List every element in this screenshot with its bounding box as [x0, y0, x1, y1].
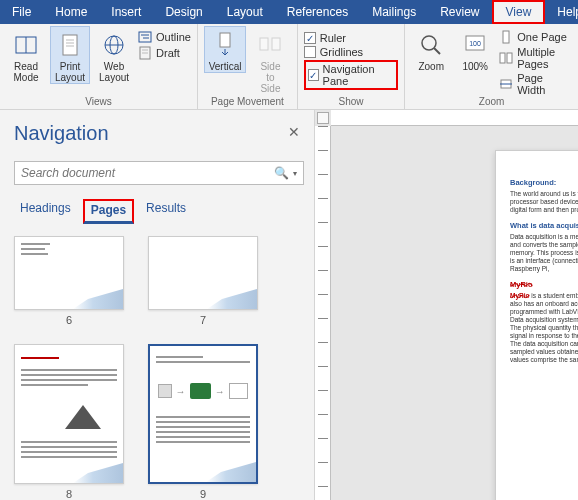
document-area[interactable]: Background: The world around us is full … — [315, 110, 578, 500]
search-input[interactable]: 🔍 ▾ — [14, 161, 304, 185]
doc-text: The world around us is full of signals t… — [510, 190, 578, 214]
menu-layout[interactable]: Layout — [215, 0, 275, 24]
doc-text: The physical quantity that is measured h… — [510, 324, 578, 340]
show-group-label: Show — [304, 96, 399, 109]
one-page-label: One Page — [517, 31, 567, 43]
multiple-pages-label: Multiple Pages — [517, 46, 572, 70]
side-to-side-label: Sideto Side — [255, 61, 286, 94]
vertical-button[interactable]: Vertical — [204, 26, 246, 73]
draft-icon — [138, 46, 152, 60]
menu-references[interactable]: References — [275, 0, 360, 24]
zoom-100-label: 100% — [462, 61, 488, 72]
svg-text:100: 100 — [469, 40, 481, 47]
navigation-pane-checkbox[interactable]: ✓ Navigation Pane — [304, 60, 399, 90]
page-width-button[interactable]: Page Width — [499, 72, 572, 96]
vertical-label: Vertical — [209, 61, 242, 72]
menu-insert[interactable]: Insert — [99, 0, 153, 24]
svg-rect-2 — [63, 35, 77, 55]
ruler-label: Ruler — [320, 32, 346, 44]
web-layout-label: WebLayout — [99, 61, 129, 83]
svg-marker-26 — [65, 405, 101, 429]
one-page-icon — [499, 30, 513, 44]
svg-line-19 — [434, 48, 440, 54]
doc-text: Raspberry Pi, — [510, 265, 578, 273]
thumbnail-7[interactable]: 7 — [148, 236, 258, 326]
doc-heading-daq: What is data acquisition — [510, 222, 578, 230]
read-mode-label: ReadMode — [13, 61, 38, 83]
page-number-7: 7 — [200, 314, 206, 326]
page-number-6: 6 — [66, 314, 72, 326]
zoom-button[interactable]: Zoom — [411, 26, 451, 73]
doc-text: is a student embedded device designed by… — [531, 292, 578, 299]
draft-label: Draft — [156, 47, 180, 59]
svg-rect-16 — [260, 38, 268, 50]
search-icon[interactable]: 🔍 — [274, 166, 289, 180]
multiple-pages-button[interactable]: Multiple Pages — [499, 46, 572, 70]
web-layout-button[interactable]: WebLayout — [94, 26, 134, 84]
doc-text: Data acquisition system — [510, 316, 578, 324]
search-field[interactable] — [21, 166, 274, 180]
web-layout-icon — [100, 31, 128, 59]
svg-rect-15 — [220, 33, 230, 47]
outline-button[interactable]: Outline — [138, 30, 191, 44]
chevron-down-icon[interactable]: ▾ — [293, 169, 297, 178]
svg-rect-22 — [503, 31, 509, 43]
vertical-ruler[interactable] — [315, 126, 331, 500]
print-layout-icon — [56, 31, 84, 59]
zoom-icon — [417, 31, 445, 59]
ribbon-view: ReadMode PrintLayout WebLayout Outline — [0, 24, 578, 110]
ruler-corner[interactable] — [317, 112, 329, 124]
ruler-checkbox[interactable]: ✓ Ruler — [304, 32, 399, 44]
one-page-button[interactable]: One Page — [499, 30, 572, 44]
side-to-side-icon — [256, 31, 284, 59]
document-page[interactable]: Background: The world around us is full … — [495, 150, 578, 500]
print-layout-label: PrintLayout — [55, 61, 85, 83]
menu-review[interactable]: Review — [428, 0, 491, 24]
menu-home[interactable]: Home — [43, 0, 99, 24]
page-thumbnails: 6 7 8 — [14, 236, 304, 500]
ribbon-group-show: ✓ Ruler Gridlines ✓ Navigation Pane Show — [298, 24, 406, 109]
tab-results[interactable]: Results — [140, 199, 192, 219]
doc-heading-myrio: MyRio — [510, 280, 533, 289]
thumbnail-8[interactable]: 8 — [14, 344, 124, 500]
menu-bar: File Home Insert Design Layout Reference… — [0, 0, 578, 24]
gridlines-checkbox[interactable]: Gridlines — [304, 46, 399, 58]
close-icon[interactable]: ✕ — [288, 124, 300, 140]
tab-pages[interactable]: Pages — [83, 199, 134, 224]
doc-text: The data acquisition card samples the si… — [510, 340, 578, 364]
gridlines-label: Gridlines — [320, 46, 363, 58]
zoom-label: Zoom — [418, 61, 444, 72]
menu-design[interactable]: Design — [153, 0, 214, 24]
checkbox-icon: ✓ — [308, 69, 319, 81]
svg-rect-17 — [272, 38, 280, 50]
print-layout-button[interactable]: PrintLayout — [50, 26, 90, 84]
checkbox-icon — [304, 46, 316, 58]
doc-text-strike: MyRio — [510, 292, 530, 299]
thumbnail-9[interactable]: → → 9 — [148, 344, 258, 500]
svg-rect-23 — [500, 53, 505, 63]
navigation-title: Navigation — [14, 122, 304, 145]
menu-help[interactable]: Help — [545, 0, 578, 24]
horizontal-ruler[interactable] — [331, 110, 578, 126]
thumbnail-6[interactable]: 6 — [14, 236, 124, 326]
menu-mailings[interactable]: Mailings — [360, 0, 428, 24]
read-mode-button[interactable]: ReadMode — [6, 26, 46, 84]
doc-text: also has an onboard accelerometer (Analo… — [510, 300, 578, 315]
zoom-100-icon: 100 — [461, 31, 489, 59]
draft-button[interactable]: Draft — [138, 46, 191, 60]
svg-rect-9 — [139, 32, 151, 42]
multiple-pages-icon — [499, 51, 513, 65]
tab-headings[interactable]: Headings — [14, 199, 77, 219]
outline-icon — [138, 30, 152, 44]
zoom-group-label: Zoom — [411, 96, 572, 109]
svg-rect-24 — [507, 53, 512, 63]
menu-view[interactable]: View — [492, 0, 546, 24]
ribbon-group-views: ReadMode PrintLayout WebLayout Outline — [0, 24, 198, 109]
views-group-label: Views — [6, 96, 191, 109]
navigation-tabs: Headings Pages Results — [14, 199, 304, 224]
zoom-100-button[interactable]: 100 100% — [455, 26, 495, 73]
navigation-pane: Navigation ✕ 🔍 ▾ Headings Pages Results … — [0, 110, 315, 500]
page-number-8: 8 — [66, 488, 72, 500]
svg-point-18 — [422, 36, 436, 50]
menu-file[interactable]: File — [0, 0, 43, 24]
